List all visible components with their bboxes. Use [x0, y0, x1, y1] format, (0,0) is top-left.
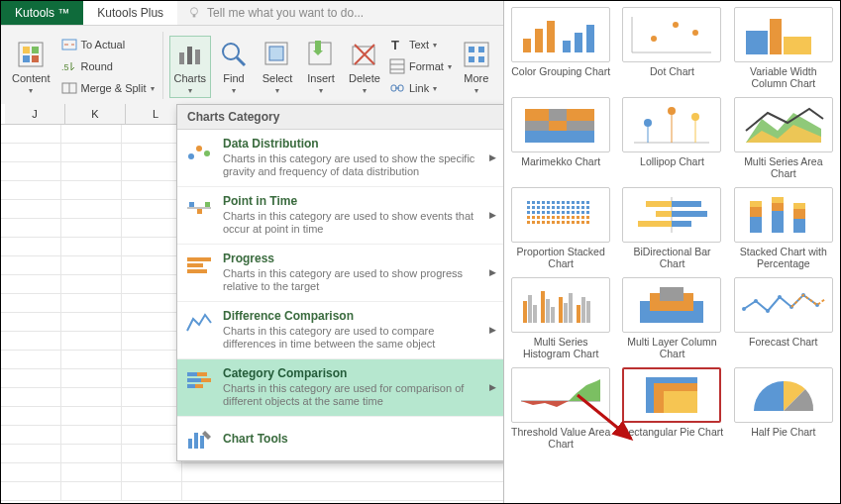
chart-multi-series-area[interactable]: Multi Series Area Chart	[732, 97, 835, 179]
svg-rect-94	[577, 201, 579, 204]
chart-multi-series-histogram[interactable]: Multi Series Histogram Chart	[509, 277, 612, 359]
col-header-k[interactable]: K	[65, 104, 126, 124]
merge-split-button[interactable]: Merge & Split ▾	[59, 77, 157, 99]
round-icon: .5	[61, 58, 77, 74]
svg-rect-163	[793, 209, 805, 219]
chart-bidirectional-bar[interactable]: BiDirectional Bar Chart	[620, 187, 723, 269]
find-icon	[218, 39, 250, 70]
link-button[interactable]: Link ▾	[387, 77, 454, 99]
svg-point-81	[691, 113, 699, 121]
category-point-in-time[interactable]: Point in TimeCharts in this category are…	[177, 187, 506, 245]
chart-half-pie[interactable]: Half Pie Chart	[732, 367, 835, 450]
svg-rect-105	[567, 206, 570, 209]
svg-rect-102	[552, 206, 555, 209]
svg-rect-125	[537, 216, 540, 219]
svg-rect-55	[563, 41, 571, 52]
category-comparison-icon	[185, 368, 213, 392]
chart-variable-width-column[interactable]: Variable Width Column Chart	[732, 7, 835, 89]
format-button[interactable]: Format ▾	[387, 55, 454, 77]
svg-rect-131	[567, 216, 570, 219]
find-button[interactable]: Find▾	[213, 36, 255, 98]
svg-rect-1	[193, 15, 196, 18]
svg-rect-56	[575, 33, 582, 52]
chart-multi-layer-column[interactable]: Multi Layer Column Chart	[620, 277, 723, 359]
svg-text:T: T	[391, 38, 399, 52]
svg-rect-126	[542, 216, 545, 219]
charts-icon	[174, 39, 206, 70]
svg-rect-173	[569, 293, 573, 323]
to-actual-button[interactable]: To Actual	[59, 34, 157, 55]
svg-rect-138	[537, 221, 540, 224]
svg-text:.5: .5	[61, 62, 69, 72]
chart-lollipop[interactable]: Lollipop Chart	[620, 97, 723, 179]
select-button[interactable]: Select▾	[257, 36, 298, 98]
chart-threshold-value-area[interactable]: Threshold Value Area Chart	[509, 367, 612, 450]
difference-comparison-icon	[185, 311, 213, 335]
svg-rect-88	[547, 201, 550, 204]
svg-rect-162	[793, 219, 805, 233]
svg-rect-148	[586, 221, 589, 224]
svg-rect-103	[557, 206, 560, 209]
chart-marimekko[interactable]: Marimekko Chart	[509, 97, 612, 179]
svg-rect-97	[527, 206, 530, 209]
svg-rect-70	[549, 121, 567, 131]
svg-rect-42	[187, 269, 207, 273]
col-header-j[interactable]: J	[5, 104, 65, 124]
chart-forecast[interactable]: Forecast Chart	[732, 277, 835, 359]
text-button[interactable]: TText ▾	[387, 34, 454, 55]
chart-tools[interactable]: Chart Tools	[177, 417, 506, 460]
category-category-comparison[interactable]: Category ComparisonCharts in this catego…	[177, 359, 506, 417]
svg-point-14	[223, 44, 239, 59]
charts-button[interactable]: Charts▾	[169, 36, 211, 98]
svg-rect-92	[567, 201, 570, 204]
category-data-distribution[interactable]: Data DistributionCharts in this category…	[177, 130, 506, 187]
svg-rect-99	[537, 206, 540, 209]
svg-rect-95	[581, 201, 584, 204]
svg-point-182	[766, 309, 770, 313]
round-button[interactable]: .5Round	[59, 55, 157, 77]
chart-stacked-percentage[interactable]: Stacked Chart with Percentage	[732, 187, 835, 269]
svg-rect-96	[586, 201, 589, 204]
content-icon	[15, 39, 47, 70]
tab-kutools-plus[interactable]: Kutools Plus	[83, 1, 177, 25]
svg-rect-145	[572, 221, 575, 224]
svg-rect-158	[750, 201, 762, 207]
svg-rect-127	[547, 216, 550, 219]
chart-rectangular-pie[interactable]: Rectangular Pie Chart	[620, 367, 723, 450]
svg-rect-4	[32, 47, 39, 53]
svg-rect-5	[23, 55, 30, 62]
svg-rect-41	[187, 263, 203, 267]
svg-rect-113	[542, 211, 545, 214]
category-difference-comparison[interactable]: Difference ComparisonCharts in this cate…	[177, 302, 506, 359]
svg-rect-69	[525, 121, 549, 131]
delete-button[interactable]: Delete▾	[344, 36, 385, 98]
svg-rect-2	[19, 43, 43, 66]
svg-point-180	[742, 307, 746, 311]
insert-button[interactable]: Insert▾	[300, 36, 342, 98]
svg-point-33	[188, 153, 194, 159]
svg-rect-48	[187, 384, 195, 388]
tab-kutools[interactable]: Kutools ™	[1, 1, 83, 25]
submenu-arrow-icon: ▶	[487, 325, 498, 335]
svg-rect-176	[586, 301, 590, 323]
svg-rect-111	[532, 211, 535, 214]
content-button[interactable]: Content ▾	[7, 36, 55, 98]
svg-rect-134	[581, 216, 584, 219]
svg-rect-66	[525, 109, 549, 121]
svg-rect-13	[195, 50, 200, 64]
category-progress[interactable]: ProgressCharts in this category are used…	[177, 245, 506, 302]
svg-rect-171	[559, 297, 563, 323]
chart-color-grouping[interactable]: Color Grouping Chart	[509, 7, 612, 89]
svg-rect-152	[656, 211, 672, 217]
chart-proportion-stacked[interactable]: Proportion Stacked Chart	[509, 187, 612, 269]
svg-rect-136	[527, 221, 530, 224]
more-button[interactable]: More▾	[456, 36, 497, 98]
svg-rect-46	[187, 378, 201, 382]
svg-rect-168	[541, 291, 545, 323]
svg-rect-110	[527, 211, 530, 214]
svg-point-0	[191, 8, 198, 15]
svg-rect-157	[750, 207, 762, 217]
chart-dot[interactable]: Dot Chart	[620, 7, 723, 89]
svg-rect-50	[194, 433, 198, 449]
svg-rect-174	[577, 305, 580, 323]
